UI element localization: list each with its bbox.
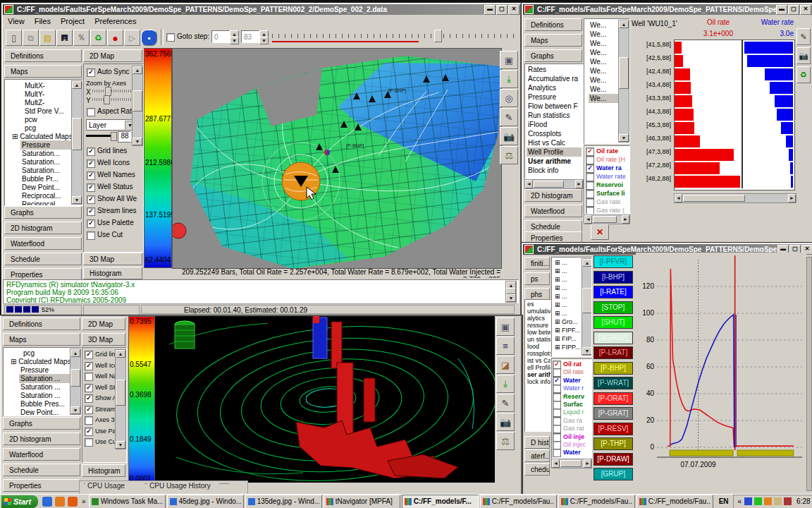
tray-app4-icon[interactable] — [774, 497, 782, 505]
v3d-option-well-nam-checkbox[interactable] — [85, 373, 93, 381]
params-hscroll[interactable]: ◄► — [584, 214, 630, 224]
graph-params-hscroll-left[interactable]: ◄ — [552, 459, 560, 468]
wells-tree-item[interactable]: We... — [589, 66, 620, 75]
stop-icon[interactable]: ▪ — [141, 30, 157, 46]
firefox-icon[interactable] — [68, 497, 78, 507]
profile-window-maximize-button[interactable]: ▢ — [788, 5, 799, 15]
v3d-sidebar-waterflood[interactable]: Waterflood — [3, 448, 80, 461]
keyword-button-shut[interactable]: [SHUT] — [593, 316, 633, 329]
param-7-checkbox[interactable] — [586, 207, 594, 214]
v3d-sidebar-schedule[interactable]: Schedule — [3, 464, 80, 476]
draw-icon[interactable]: ✎ — [796, 28, 811, 45]
v3d-histogram-header[interactable]: Histogram — [82, 464, 125, 477]
keyword-button-p-wrat[interactable]: [P-WRAT] — [593, 377, 633, 389]
graph-params-hscroll[interactable]: ◄► — [551, 459, 592, 468]
auto-sync-checkbox[interactable]: ✓ — [87, 68, 95, 77]
cube-3d-icon[interactable]: ▣ — [500, 51, 518, 69]
tray-app2-icon[interactable] — [754, 497, 762, 505]
gparam-8-checkbox[interactable] — [553, 425, 561, 433]
graph-list-item[interactable]: ressure — [526, 322, 551, 329]
graphs-list-item[interactable]: Run statistics — [527, 111, 582, 120]
v3d-option-well-icor-checkbox[interactable]: ✓ — [85, 362, 93, 370]
v3d-tree-scrollbar[interactable]: ▲▼ — [70, 349, 81, 415]
step-value-spinner[interactable]: 0 — [211, 30, 230, 43]
v3d-option-axes-3d-checkbox[interactable] — [85, 416, 93, 425]
graph-sidebar-1[interactable]: ps — [524, 272, 550, 285]
graphs-list-hscroll[interactable]: ◄► — [524, 179, 584, 189]
v3d-panel-scrollbar[interactable]: ▲▼ — [115, 349, 126, 449]
gparam-9-checkbox[interactable] — [553, 433, 561, 442]
export-icon[interactable]: ⤓ — [496, 375, 515, 393]
draw-icon[interactable]: ✎ — [496, 394, 515, 412]
gparam-10-checkbox[interactable] — [553, 441, 561, 449]
graph-sidebar-0[interactable]: finiti... — [524, 257, 550, 270]
zoom-tool-icon[interactable]: ◎ — [500, 89, 518, 107]
gparam-1-checkbox[interactable] — [553, 368, 561, 377]
y-zoom-slider[interactable] — [92, 98, 133, 101]
graphs-list-item[interactable]: Pressure — [527, 92, 582, 102]
keyword-button-p-resv[interactable]: [P-RESV] — [593, 423, 633, 435]
maps-tree-scrollbar[interactable]: ▲▼ — [71, 80, 82, 205]
keyword-button-p-thp[interactable]: [P-THP] — [593, 437, 633, 450]
profile-plot-hscroll-right[interactable]: ► — [788, 194, 796, 202]
map-option-use-cut-checkbox[interactable] — [87, 231, 95, 240]
notes-icon[interactable]: ▤ — [39, 30, 56, 46]
v3d-option-use-cu-checkbox[interactable] — [85, 438, 93, 447]
graphs-list-item[interactable]: Analytics — [527, 83, 582, 92]
map-option-grid-lines-checkbox[interactable]: ✓ — [87, 147, 95, 156]
y-zoom-thumb[interactable] — [104, 95, 110, 104]
sidebar-item-waterflood[interactable]: Waterflood — [4, 237, 82, 250]
step-max-down[interactable]: ▼ — [259, 37, 269, 44]
slice-icon[interactable]: ◪ — [496, 356, 515, 374]
menu-item-project[interactable]: Project — [56, 17, 90, 25]
keyword-button-ngrup[interactable]: [NGRUP] — [593, 332, 633, 344]
gparam-11-checkbox[interactable] — [553, 449, 561, 457]
graph-sidebar-b0[interactable]: D hist... — [524, 436, 550, 449]
tree-item[interactable]: Reciprocal... — [20, 200, 71, 206]
map-option-well-names-checkbox[interactable]: ✓ — [87, 171, 95, 180]
sync-icon[interactable]: ♻ — [796, 66, 811, 83]
keyword-button-stop[interactable]: [STOP] — [593, 301, 633, 314]
profile-sidebar-maps[interactable]: Maps — [524, 34, 582, 47]
graphs-list-hscroll-left[interactable]: ◄ — [525, 180, 533, 188]
export-icon[interactable]: ⤓ — [500, 70, 518, 88]
graphs-list-item[interactable]: iFlood — [527, 120, 582, 129]
gparam-2-checkbox[interactable]: ✓ — [553, 377, 561, 385]
record-icon[interactable]: ● — [107, 30, 123, 46]
wells-tree-item[interactable]: We... — [589, 94, 620, 103]
graphs-list-item[interactable]: Accumulative ra — [527, 74, 582, 83]
map-panel-scrollbar[interactable]: ▲▼ — [132, 66, 143, 146]
sidebar-item-2d-histogram[interactable]: 2D histogram — [4, 222, 82, 234]
v3d-3dmap-header[interactable]: 3D Map — [82, 333, 125, 346]
gparam-5-checkbox[interactable] — [553, 401, 561, 409]
map-2d-view[interactable]: [P-BHP] [P-BHP] — [172, 48, 502, 269]
graph-list-item[interactable]: ser arith — [526, 371, 551, 378]
keyword-button-p-grat[interactable]: [P-GRAT] — [593, 407, 633, 420]
timeline-thumb[interactable] — [434, 30, 442, 42]
draw-icon[interactable]: ✎ — [500, 108, 518, 126]
v3d-tree-item[interactable]: Dew Point... — [19, 408, 70, 416]
tray-app3-icon[interactable] — [764, 497, 772, 505]
keyword-button-p-bhp[interactable]: [P-BHP] — [593, 362, 633, 375]
gparam-7-checkbox[interactable] — [553, 417, 561, 425]
v3d-sidebar-2d-histogram[interactable]: 2D histogram — [3, 433, 80, 445]
menu-item-preferences[interactable]: Preferences — [90, 17, 141, 25]
v3d-sidebar-maps[interactable]: Maps — [3, 333, 80, 346]
wells-tree-item[interactable]: We... — [589, 85, 620, 94]
profile-sidebar-definitions[interactable]: Definitions — [524, 18, 582, 31]
panel-histogram-header[interactable]: Histogram — [83, 267, 142, 279]
gparam-4-checkbox[interactable] — [553, 393, 561, 401]
map-option-show-all-we-checkbox[interactable]: ✓ — [87, 195, 95, 204]
graphs-list-item[interactable]: Block info — [527, 166, 582, 175]
graph-list-item[interactable]: ell Profile — [526, 364, 551, 371]
v3d-option-well-stat-checkbox[interactable]: ✓ — [85, 384, 93, 392]
keyword-button-p-draw[interactable]: [P-DRAW] — [593, 453, 633, 466]
step-max-spinner[interactable]: 83 — [241, 30, 259, 43]
quicklaunch-chevron[interactable]: » — [82, 497, 86, 505]
profile-plot-hscroll-left[interactable]: ◄ — [675, 194, 682, 202]
params-hscroll-right[interactable]: ► — [622, 215, 629, 224]
profile-plot-hscroll[interactable]: ◄► — [674, 193, 796, 203]
maps-tree-scrollbar-down[interactable]: ▼ — [72, 196, 82, 204]
profile-sidebar-waterflood[interactable]: Waterflood — [524, 205, 582, 217]
graph-params-hscroll-right[interactable]: ► — [584, 459, 591, 468]
